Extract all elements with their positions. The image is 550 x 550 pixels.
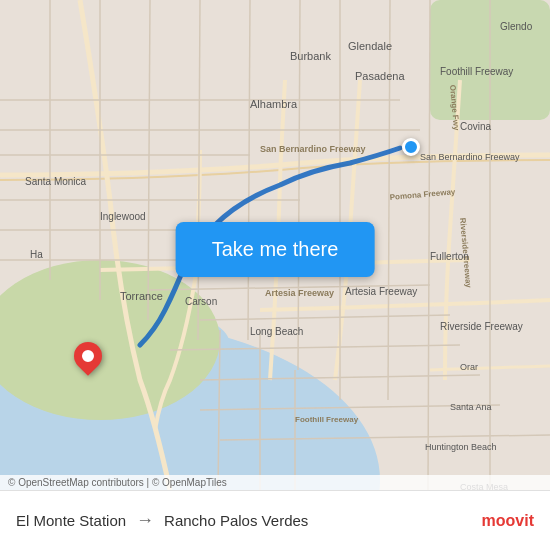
svg-text:Santa Monica: Santa Monica (25, 176, 87, 187)
svg-text:Covina: Covina (460, 121, 492, 132)
svg-text:Riverside Freeway: Riverside Freeway (440, 321, 523, 332)
map-container: San Bernardino Freeway Pomona Freeway Or… (0, 0, 550, 490)
route-info: El Monte Station → Rancho Palos Verdes (16, 510, 482, 531)
svg-text:Glendale: Glendale (348, 40, 392, 52)
attribution-text: © OpenStreetMap contributors | © OpenMap… (8, 477, 227, 488)
moovit-logo: moovit (482, 512, 534, 530)
route-arrow-icon: → (136, 510, 154, 531)
svg-text:Huntington Beach: Huntington Beach (425, 442, 497, 452)
svg-text:Fullerton: Fullerton (430, 251, 469, 262)
svg-text:Long Beach: Long Beach (250, 326, 303, 337)
bottom-bar: El Monte Station → Rancho Palos Verdes m… (0, 490, 550, 550)
svg-text:Artesia Freeway: Artesia Freeway (345, 286, 417, 297)
svg-text:San Bernardino Freeway: San Bernardino Freeway (260, 144, 366, 154)
origin-marker (402, 138, 420, 156)
svg-text:Artesia Freeway: Artesia Freeway (265, 288, 334, 298)
svg-text:Glendo: Glendo (500, 21, 533, 32)
svg-text:Burbank: Burbank (290, 50, 331, 62)
map-attribution: © OpenStreetMap contributors | © OpenMap… (0, 475, 550, 490)
svg-text:Santa Ana: Santa Ana (450, 402, 492, 412)
svg-text:Torrance: Torrance (120, 290, 163, 302)
origin-station: El Monte Station (16, 512, 126, 529)
svg-text:Orar: Orar (460, 362, 478, 372)
svg-text:Carson: Carson (185, 296, 217, 307)
svg-text:Ha: Ha (30, 249, 43, 260)
svg-text:San Bernardino Freeway: San Bernardino Freeway (420, 152, 520, 162)
svg-text:Alhambra: Alhambra (250, 98, 298, 110)
destination-station: Rancho Palos Verdes (164, 512, 308, 529)
svg-text:Foothill Freeway: Foothill Freeway (440, 66, 513, 77)
svg-text:Foothill Freeway: Foothill Freeway (295, 415, 359, 424)
moovit-brand-text: moovit (482, 512, 534, 530)
svg-text:Inglewood: Inglewood (100, 211, 146, 222)
take-me-there-button[interactable]: Take me there (176, 222, 375, 277)
svg-text:Pasadena: Pasadena (355, 70, 405, 82)
